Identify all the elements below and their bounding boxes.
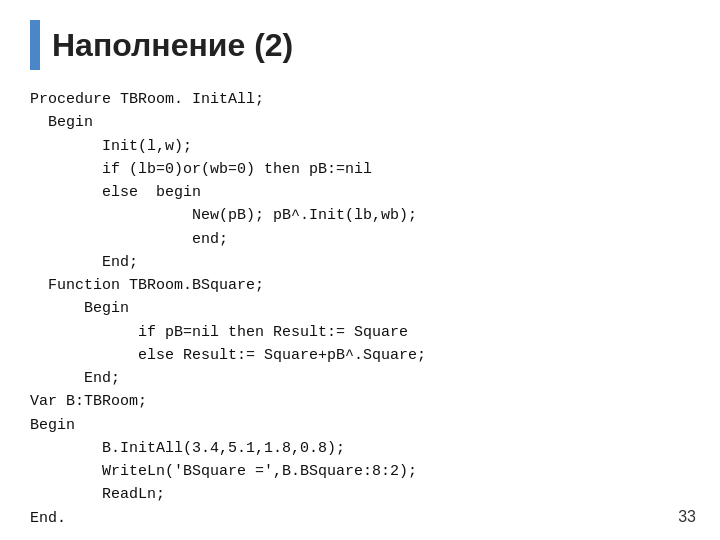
slide: Наполнение (2) Procedure TBRoom. InitAll… bbox=[0, 0, 720, 540]
slide-title: Наполнение (2) bbox=[52, 27, 293, 64]
title-accent bbox=[30, 20, 40, 70]
title-bar: Наполнение (2) bbox=[30, 20, 690, 70]
code-block: Procedure TBRoom. InitAll; Begin Init(l,… bbox=[30, 88, 690, 530]
slide-number: 33 bbox=[678, 508, 696, 526]
